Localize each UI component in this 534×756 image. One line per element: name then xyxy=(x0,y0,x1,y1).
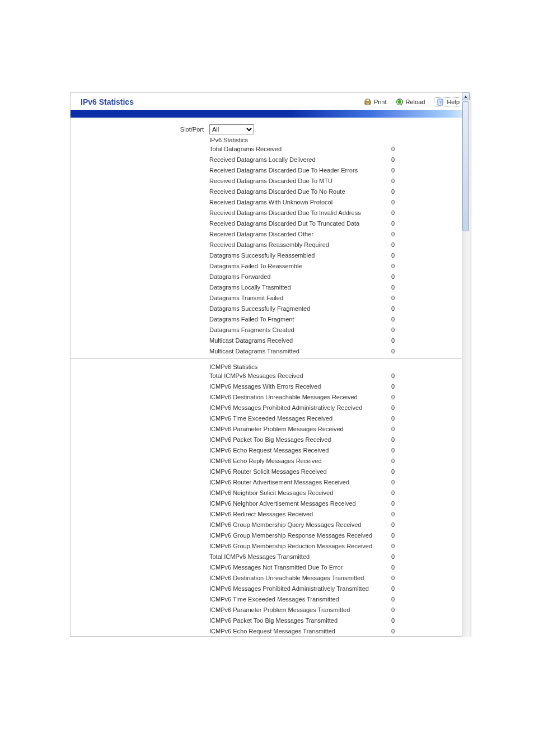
stat-value: 0 xyxy=(382,426,404,432)
stat-row: ICMPv6 Parameter Problem Messages Receiv… xyxy=(209,423,469,434)
stat-value: 0 xyxy=(382,156,404,163)
stat-row: ICMPv6 Neighbor Solicit Messages Receive… xyxy=(209,487,469,498)
slot-port-select[interactable]: All xyxy=(209,124,254,134)
stat-value: 0 xyxy=(382,436,404,443)
stat-label: ICMPv6 Neighbor Solicit Messages Receive… xyxy=(209,489,382,496)
stat-value: 0 xyxy=(382,447,404,454)
header-actions: Print Reload ? Help xyxy=(364,97,462,106)
stat-value: 0 xyxy=(382,167,404,174)
ipv6-section-title: IPv6 Statistics xyxy=(71,136,469,143)
stat-label: ICMPv6 Neighbor Advertisement Messages R… xyxy=(209,500,382,507)
stat-value: 0 xyxy=(382,348,404,354)
stat-label: ICMPv6 Echo Reply Messages Received xyxy=(209,458,382,464)
stat-row: ICMPv6 Messages Prohibited Administrativ… xyxy=(209,402,469,413)
stat-label: ICMPv6 Messages With Errors Received xyxy=(209,383,382,390)
ipv6-stats-table: Total Datagrams Received0Received Datagr… xyxy=(71,143,469,356)
stat-label: Received Datagrams Reassembly Required xyxy=(209,241,382,248)
stat-row: ICMPv6 Time Exceeded Messages Transmitte… xyxy=(209,594,469,604)
stat-label: Datagrams Successfully Fragmented xyxy=(209,305,382,312)
stat-label: Received Datagrams Discarded Dut To Trun… xyxy=(209,220,382,227)
reload-icon xyxy=(396,98,404,106)
stat-label: Total ICMPv6 Messages Transmitted xyxy=(209,553,382,560)
stat-label: Datagrams Fragments Created xyxy=(209,326,382,333)
stat-label: ICMPv6 Echo Request Messages Transmitted xyxy=(209,628,382,634)
stat-value: 0 xyxy=(382,220,404,227)
stat-row: Received Datagrams Reassembly Required0 xyxy=(209,239,469,250)
slot-port-row: Slot/Port All xyxy=(71,124,469,136)
stat-row: ICMPv6 Echo Request Messages Transmitted… xyxy=(209,626,469,636)
stat-value: 0 xyxy=(382,628,404,634)
svg-rect-1 xyxy=(366,99,369,101)
help-icon: ? xyxy=(437,98,444,106)
stat-row: ICMPv6 Destination Unreachable Messages … xyxy=(209,391,469,402)
stat-label: ICMPv6 Destination Unreachable Messages … xyxy=(209,575,382,581)
svg-text:?: ? xyxy=(439,100,442,105)
stat-row: Datagrams Fragments Created0 xyxy=(209,324,469,335)
stat-label: Multicast Datagrams Received xyxy=(209,337,382,344)
stat-label: Datagrams Failed To Reassemble xyxy=(209,263,382,269)
stat-value: 0 xyxy=(382,178,404,184)
stat-value: 0 xyxy=(382,479,404,486)
stat-label: Total Datagrams Received xyxy=(209,146,382,152)
help-button[interactable]: ? Help xyxy=(434,97,462,106)
stat-value: 0 xyxy=(382,231,404,237)
stat-value: 0 xyxy=(382,252,404,259)
stat-value: 0 xyxy=(382,404,404,411)
print-label: Print xyxy=(374,99,387,105)
stat-row: Received Datagrams Locally Delivered0 xyxy=(209,154,469,165)
stat-row: Total Datagrams Received0 xyxy=(209,143,469,154)
stat-label: ICMPv6 Messages Prohibited Administrativ… xyxy=(209,404,382,411)
stat-label: Received Datagrams Discarded Due To Head… xyxy=(209,167,382,174)
stat-row: ICMPv6 Echo Reply Messages Received0 xyxy=(209,455,469,466)
stat-value: 0 xyxy=(382,263,404,269)
form-area: Slot/Port All IPv6 Statistics Total Data… xyxy=(71,118,469,636)
stat-row: Datagrams Locally Trasmitted0 xyxy=(209,282,469,292)
stat-label: Datagrams Successfully Reassembled xyxy=(209,252,382,259)
stat-row: ICMPv6 Messages With Errors Received0 xyxy=(209,381,469,391)
reload-button[interactable]: Reload xyxy=(396,98,425,106)
stat-value: 0 xyxy=(382,394,404,400)
stat-row: Datagrams Forwarded0 xyxy=(209,271,469,282)
stat-row: ICMPv6 Neighbor Advertisement Messages R… xyxy=(209,498,469,508)
stat-label: ICMPv6 Packet Too Big Messages Transmitt… xyxy=(209,617,382,624)
stat-row: Datagrams Successfully Fragmented0 xyxy=(209,303,469,314)
stat-row: Datagrams Successfully Reassembled0 xyxy=(209,250,469,260)
stat-value: 0 xyxy=(382,596,404,603)
stat-label: Received Datagrams Discarded Due To No R… xyxy=(209,188,382,195)
stat-row: ICMPv6 Group Membership Reduction Messag… xyxy=(209,540,469,551)
stat-row: ICMPv6 Redirect Messages Received0 xyxy=(209,508,469,519)
stat-value: 0 xyxy=(382,543,404,549)
stat-value: 0 xyxy=(382,606,404,613)
stat-value: 0 xyxy=(382,372,404,379)
stat-row: ICMPv6 Parameter Problem Messages Transm… xyxy=(209,604,469,615)
stat-label: ICMPv6 Echo Request Messages Received xyxy=(209,447,382,454)
stat-label: ICMPv6 Time Exceeded Messages Received xyxy=(209,415,382,422)
panel-header: IPv6 Statistics Print Reload xyxy=(71,93,469,110)
stat-label: ICMPv6 Messages Prohibited Administrativ… xyxy=(209,585,382,592)
stat-row: Received Datagrams Discarded Due To No R… xyxy=(209,186,469,197)
stat-label: Total ICMPv6 Messages Received xyxy=(209,372,382,379)
stat-row: Total ICMPv6 Messages Received0 xyxy=(209,370,469,381)
stat-value: 0 xyxy=(382,305,404,312)
stat-label: ICMPv6 Messages Not Transmitted Due To E… xyxy=(209,564,382,571)
stat-row: Received Datagrams Discarded Other0 xyxy=(209,228,469,239)
stat-label: Datagrams Forwarded xyxy=(209,273,382,280)
stat-label: ICMPv6 Time Exceeded Messages Transmitte… xyxy=(209,596,382,603)
stat-row: ICMPv6 Messages Not Transmitted Due To E… xyxy=(209,562,469,572)
reload-label: Reload xyxy=(406,99,425,105)
stat-value: 0 xyxy=(382,511,404,517)
stats-panel: IPv6 Statistics Print Reload xyxy=(70,92,470,637)
stat-value: 0 xyxy=(382,273,404,280)
stat-label: ICMPv6 Redirect Messages Received xyxy=(209,511,382,517)
stat-label: Multicast Datagrams Transmitted xyxy=(209,348,382,354)
slot-port-label: Slot/Port xyxy=(71,126,209,133)
stat-value: 0 xyxy=(382,532,404,539)
stat-row: Received Datagrams Discarded Due To Inva… xyxy=(209,207,469,218)
stat-row: ICMPv6 Group Membership Query Messages R… xyxy=(209,519,469,530)
stat-label: ICMPv6 Group Membership Reduction Messag… xyxy=(209,543,382,549)
print-button[interactable]: Print xyxy=(364,98,387,106)
help-label: Help xyxy=(447,99,460,105)
stat-row: ICMPv6 Destination Unreachable Messages … xyxy=(209,572,469,583)
stat-value: 0 xyxy=(382,468,404,475)
stat-value: 0 xyxy=(382,521,404,528)
